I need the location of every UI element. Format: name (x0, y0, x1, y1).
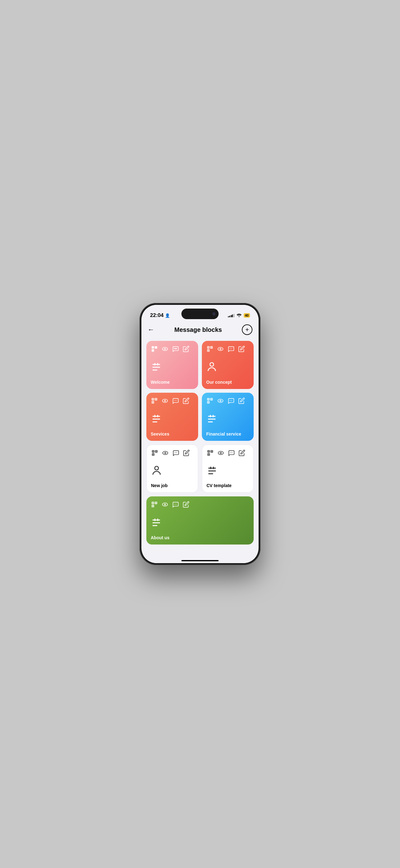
chat-icon (172, 449, 179, 457)
svg-rect-23 (208, 347, 209, 348)
blocks-grid: Welcome (146, 341, 254, 493)
svg-rect-25 (208, 350, 209, 351)
chat-icon (228, 449, 235, 457)
phone-screen: 22:04 👤 40 (141, 305, 259, 563)
svg-point-80 (218, 452, 224, 455)
svg-rect-51 (211, 399, 212, 400)
edit-icon (182, 345, 190, 353)
qr-icon (206, 397, 214, 404)
person-icon: 👤 (165, 313, 170, 318)
svg-rect-36 (153, 402, 154, 403)
status-time: 22:04 👤 (150, 312, 170, 318)
status-right: 40 (228, 313, 250, 318)
eye-icon (161, 501, 169, 508)
qr-icon (151, 449, 159, 457)
home-bar (181, 560, 219, 561)
chat-icon (227, 345, 235, 353)
block-label-financial: Financial service (206, 432, 249, 436)
svg-rect-5 (153, 350, 154, 351)
dynamic-island (181, 309, 219, 319)
svg-rect-4 (156, 347, 157, 348)
svg-point-29 (231, 348, 231, 349)
svg-point-99 (175, 504, 176, 504)
svg-point-83 (231, 452, 232, 453)
block-welcome[interactable]: Welcome (146, 341, 198, 389)
svg-point-71 (174, 452, 175, 453)
svg-point-13 (175, 348, 176, 349)
block-our-concept[interactable]: Our concept (202, 341, 254, 389)
chat-icon (172, 397, 179, 404)
eye-icon (217, 345, 224, 353)
svg-point-82 (230, 452, 231, 453)
svg-rect-68 (153, 454, 154, 455)
content-area: Welcome (141, 338, 259, 554)
svg-point-96 (163, 503, 168, 506)
qr-icon (151, 501, 158, 508)
svg-rect-78 (211, 451, 212, 452)
svg-point-41 (176, 400, 177, 401)
block-cv-template[interactable]: CV template (202, 444, 254, 493)
svg-rect-77 (208, 451, 209, 452)
chat-icon (227, 397, 235, 404)
qr-icon (151, 397, 158, 404)
card-icons-concept (206, 345, 249, 353)
block-about-us[interactable]: About us (146, 496, 254, 545)
svg-rect-79 (208, 454, 209, 455)
svg-point-54 (220, 400, 222, 402)
svg-point-57 (232, 400, 232, 401)
block-label-seevices: Seevices (151, 432, 194, 436)
block-seevices[interactable]: Seevices (146, 393, 198, 441)
edit-icon (182, 449, 190, 457)
svg-rect-3 (153, 347, 154, 348)
svg-point-70 (165, 452, 166, 454)
svg-point-30 (232, 348, 232, 349)
edit-icon (238, 449, 245, 457)
svg-point-27 (220, 348, 222, 350)
time-display: 22:04 (150, 312, 163, 318)
block-label-cv: CV template (206, 483, 249, 488)
svg-point-73 (176, 452, 177, 453)
svg-point-26 (218, 347, 223, 351)
svg-point-37 (163, 399, 168, 403)
chat-icon (172, 345, 179, 353)
svg-point-28 (230, 348, 230, 349)
edit-icon (238, 345, 245, 353)
main-icon-person-2 (151, 460, 194, 481)
svg-point-40 (175, 400, 176, 401)
svg-point-72 (175, 452, 176, 453)
chat-icon (172, 501, 179, 508)
svg-rect-50 (208, 399, 209, 400)
home-indicator (141, 554, 259, 563)
block-financial[interactable]: Financial service (202, 393, 254, 441)
eye-icon (217, 449, 225, 457)
svg-point-69 (163, 452, 168, 455)
card-icons-cv (206, 449, 249, 457)
block-label-about: About us (151, 535, 249, 540)
edit-icon (238, 397, 245, 404)
main-icon-person (206, 356, 249, 378)
main-icon-text-2 (151, 408, 194, 430)
svg-point-53 (218, 399, 223, 403)
edit-icon (182, 501, 190, 508)
svg-point-84 (232, 452, 233, 453)
svg-point-97 (164, 504, 166, 505)
svg-point-14 (176, 348, 177, 349)
svg-point-39 (174, 400, 175, 401)
svg-rect-52 (208, 402, 209, 403)
eye-icon (217, 397, 224, 404)
qr-icon (151, 345, 158, 353)
front-camera (212, 312, 215, 315)
svg-point-98 (174, 504, 175, 504)
svg-point-55 (230, 400, 230, 401)
card-icons-welcome (151, 345, 194, 353)
wifi-icon (237, 313, 241, 318)
back-button[interactable]: ← (147, 326, 155, 333)
svg-rect-24 (211, 347, 212, 348)
svg-point-12 (174, 348, 175, 349)
block-new-job[interactable]: New job (146, 444, 198, 493)
main-icon-text (151, 356, 194, 378)
main-icon-text-3 (206, 408, 249, 430)
battery-indicator: 40 (244, 313, 250, 318)
add-button[interactable]: + (242, 324, 253, 335)
main-icon-text-4 (206, 460, 249, 481)
